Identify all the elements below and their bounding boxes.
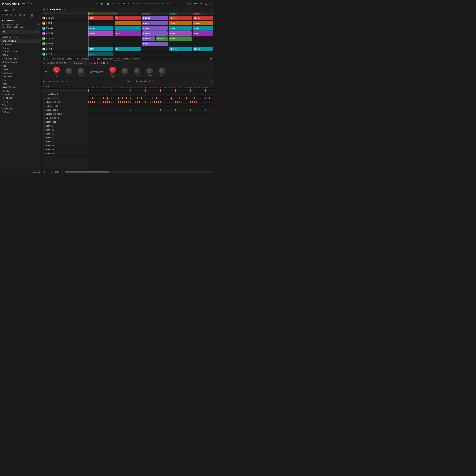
knob-pitch-control[interactable] xyxy=(122,68,128,74)
quantize-value[interactable]: 1/16 xyxy=(55,171,59,173)
project-item[interactable]: Trying xyxy=(0,100,41,103)
project-item[interactable]: Olympic Blvd xyxy=(0,93,41,96)
volume-icon[interactable]: ━━ xyxy=(194,2,197,5)
project-item[interactable]: Honor xyxy=(0,64,41,68)
drum-sound-row-9[interactable]: 9 Sound 9 xyxy=(42,124,88,128)
drum-grid-row-16[interactable] xyxy=(88,148,214,152)
drum-sound-row-4[interactable]: 4 Shaker Fired xyxy=(42,104,88,108)
knob-drive-control[interactable] xyxy=(146,68,153,74)
drum-icon[interactable]: ⊞ xyxy=(43,80,45,83)
add-track-button[interactable]: + xyxy=(47,171,48,173)
drum-grid-row-5[interactable] xyxy=(88,104,214,108)
project-item[interactable]: Golden Sunset xyxy=(0,61,41,64)
pattern-drums-v1[interactable]: V1 xyxy=(115,16,141,20)
drum-grid-row-6[interactable] xyxy=(88,108,214,112)
pattern-piano-v1[interactable]: V1 xyxy=(115,26,141,31)
tab-lfo[interactable]: LFO xyxy=(114,57,120,61)
pattern-vocal-hook1[interactable]: HOOK 1 xyxy=(169,31,191,36)
drum-sound-row-3[interactable]: 3 ClosedHH Fired 1 xyxy=(42,100,88,104)
plugin-prev-icon[interactable]: ↺ xyxy=(43,57,45,60)
power-button[interactable]: ⏻ xyxy=(204,2,207,5)
track-row-g1[interactable]: G1 SFX 1 xyxy=(42,46,88,51)
pattern-bass-v1[interactable]: V1 xyxy=(115,21,141,25)
track-row-d1[interactable]: D1 VOCAL xyxy=(42,31,88,36)
drum-sound-row-12[interactable]: 12 Sound 12 xyxy=(42,136,88,140)
track-row-a1[interactable]: A1 DRUMS xyxy=(42,16,88,21)
tab-files[interactable]: Files xyxy=(12,8,18,12)
pattern-vocal-intro[interactable]: INTRO xyxy=(88,31,113,36)
pattern-piano-hook1[interactable]: HOOK 1 xyxy=(169,26,191,31)
drum-grid-row-3[interactable] xyxy=(88,97,214,101)
pattern-bass-bridge[interactable]: BRIDGE xyxy=(142,21,168,25)
drum-grid-row-12[interactable] xyxy=(88,132,214,136)
search-input[interactable] xyxy=(6,31,37,33)
stop-button[interactable]: ⏹ xyxy=(105,1,110,6)
pattern-bass-hook2[interactable]: HOOK 2 xyxy=(193,21,213,25)
tab-fx-filter[interactable]: FX / Filter xyxy=(91,57,102,60)
tab-library[interactable]: Library xyxy=(1,8,11,12)
knob-cutoff-control[interactable] xyxy=(134,68,140,74)
pattern-drums-hook1[interactable]: HOOK 1 xyxy=(169,16,191,20)
bpm-display[interactable]: 141.00 xyxy=(121,2,131,5)
project-item[interactable]: Vision xyxy=(0,103,41,107)
headphone-icon[interactable]: ⊖ xyxy=(200,2,202,5)
settings-icon[interactable]: ⚙ xyxy=(31,2,33,5)
project-item[interactable]: A Midnight Sky xyxy=(0,35,41,39)
pencil-icon[interactable]: ✏ xyxy=(61,170,63,173)
swing-value[interactable]: 0.0 % xyxy=(140,2,146,5)
pattern-vocal-hook2b[interactable]: HOOK 2 xyxy=(193,31,213,36)
pattern-vocal-bridge[interactable]: BRIDGE xyxy=(142,31,168,36)
tag-drill[interactable]: Drill xyxy=(7,26,11,28)
track-row-e1[interactable]: E1 SYNTH xyxy=(42,36,88,41)
pattern-sfx2-intro[interactable]: INTRO xyxy=(88,52,113,56)
plugin-search-icon[interactable]: 🔍 xyxy=(210,57,213,60)
project-item[interactable]: Moody xyxy=(0,89,41,93)
drum-sound-row-10[interactable]: 10 Sound 10 xyxy=(42,128,88,132)
project-item[interactable]: Jordan xyxy=(0,68,41,71)
project-item-active[interactable]: Cheesy Gang xyxy=(0,39,41,43)
project-item[interactable]: Wavy Flow xyxy=(0,107,41,110)
tag-jam[interactable]: Jam xyxy=(20,26,24,28)
project-item[interactable]: Miss Claudine xyxy=(0,85,41,89)
pattern-sfx1-v1[interactable]: V1 xyxy=(115,47,141,51)
drum-sound-row-7[interactable]: 7 OpenHH Fired xyxy=(42,116,88,120)
edit-button[interactable]: Edit xyxy=(36,171,40,174)
drum-grid-row-13[interactable] xyxy=(88,136,214,140)
tag-hiphop[interactable]: Hip Hop xyxy=(12,26,19,28)
user-button[interactable]: 👤 xyxy=(30,13,34,17)
add-plugin-button[interactable]: + xyxy=(106,62,108,65)
rewind-button[interactable]: ⏮ xyxy=(95,1,99,6)
drum-sound-row-11[interactable]: 11 Sound 11 xyxy=(42,132,88,136)
sampler-dropdown[interactable]: ▼ xyxy=(83,62,85,65)
project-item[interactable]: Lisa xyxy=(0,78,41,82)
project-item[interactable]: La Vicente xyxy=(0,71,41,75)
project-item[interactable]: On The Run xyxy=(0,96,41,100)
track-row-f1[interactable]: F1 BRASS xyxy=(42,41,88,46)
pattern-sfx1-hook1[interactable]: HOOK 1 xyxy=(169,47,191,51)
drum-sound-row-8[interactable]: 8 Crash Fired xyxy=(42,120,88,124)
sound-search-icon[interactable]: 🔍 xyxy=(103,62,106,65)
project-item[interactable]: Mine xyxy=(0,82,41,85)
drum-grid-row-1[interactable] xyxy=(88,89,214,93)
drum-grid-row-9[interactable] xyxy=(88,120,214,124)
knob-phase-control[interactable] xyxy=(78,68,84,74)
add-sound-button[interactable]: ⊕ xyxy=(43,170,45,173)
project-item[interactable]: Derry And Toms xyxy=(0,50,41,53)
drums-dropdown[interactable]: ▼ xyxy=(56,80,58,83)
time-signature[interactable]: 4 / 4 xyxy=(147,2,152,5)
drum-grid-row-15[interactable] xyxy=(88,144,214,148)
loop-button[interactable]: ↺ xyxy=(22,13,26,17)
pattern-drums-intro[interactable]: INTRO xyxy=(88,16,113,20)
drum-zoom-icon[interactable]: ⊕ xyxy=(211,80,213,83)
piano-roll-btn[interactable]: ⊟ xyxy=(51,170,53,173)
pattern-bass-hook1[interactable]: HOOK 1 xyxy=(169,21,191,25)
pattern-drums-bridge[interactable]: BRIDGE xyxy=(142,16,168,20)
tag-club[interactable]: Club xyxy=(2,26,6,28)
grid-view-button[interactable]: ⊞ xyxy=(6,13,9,17)
drum-play-button[interactable]: ▶ xyxy=(48,85,49,88)
drum-sound-row-1[interactable]: 1 Kick Dolce 1 xyxy=(42,92,88,96)
track-row-b1[interactable]: B1 BASS xyxy=(42,21,88,26)
knob-sync-control[interactable] xyxy=(109,67,116,73)
project-item[interactable]: Corner xyxy=(0,46,41,50)
drum-sound-row-6[interactable]: 6 ClosedHH Fired 2 xyxy=(42,112,88,116)
